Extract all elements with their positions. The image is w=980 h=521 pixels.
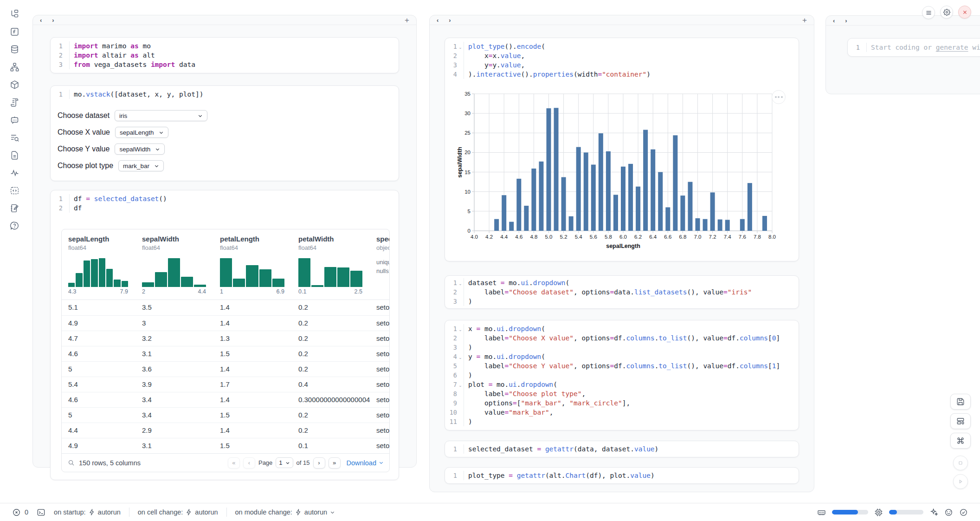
cell-scratch[interactable]: 1 Start coding or generate with AI <box>847 38 980 57</box>
column-header-petalLength[interactable]: petalLengthfloat6416.9 <box>213 235 292 300</box>
fold-chevron-icon[interactable] <box>457 471 464 480</box>
table-row[interactable]: 4.42.91.40.2setosa <box>62 423 390 438</box>
fold-chevron-icon[interactable]: ⌄ <box>457 352 464 361</box>
cell-selected-dataset[interactable]: 1selected_dataset = getattr(data, datase… <box>445 441 799 457</box>
fold-chevron-icon[interactable] <box>63 203 69 213</box>
table-row[interactable]: 5.43.91.70.4setosa <box>62 377 390 392</box>
next-page-button[interactable]: › <box>313 457 325 469</box>
column-header-sepalWidth[interactable]: sepalWidthfloat6424.4 <box>135 235 213 300</box>
code-editor[interactable]: 1df = selected_dataset()2df <box>51 190 399 216</box>
dependency-graph-icon[interactable] <box>10 62 20 72</box>
documentation-icon[interactable] <box>10 150 20 160</box>
table-row[interactable]: 53.61.40.2setosa <box>62 361 390 377</box>
menu-button[interactable] <box>922 6 935 19</box>
save-button[interactable] <box>950 394 971 410</box>
fold-chevron-icon[interactable] <box>63 51 69 60</box>
cell-vstack[interactable]: 1mo.vstack([dataset, x, y, plot]) Choose… <box>50 85 399 181</box>
table-row[interactable]: 4.931.40.2setosa <box>62 315 390 331</box>
code-editor[interactable]: 1⌄dataset = mo.ui.dropdown(2 label="Choo… <box>445 276 799 308</box>
variables-icon[interactable] <box>10 26 20 37</box>
fold-chevron-icon[interactable] <box>63 60 69 69</box>
chevron-right-icon[interactable]: › <box>845 18 847 24</box>
scratchpad-icon[interactable] <box>10 203 20 213</box>
code-editor[interactable]: 1⌄plot_type().encode(2 x=x.value,3 y=y.v… <box>445 38 799 83</box>
terminal-button[interactable] <box>37 508 45 517</box>
fold-chevron-icon[interactable] <box>457 51 464 60</box>
code-editor[interactable]: 1 Start coding or generate with AI <box>848 39 980 56</box>
layout-button[interactable] <box>950 413 971 429</box>
on-module-change-setting[interactable]: on module change: autorun <box>235 508 335 516</box>
fold-chevron-icon[interactable]: ⌄ <box>457 278 464 287</box>
altair-bar-chart[interactable]: 4.04.24.44.64.85.05.25.45.65.86.06.26.46… <box>445 84 799 257</box>
table-row[interactable]: 4.63.11.50.2setosa <box>62 346 390 361</box>
fold-chevron-icon[interactable]: ⌄ <box>457 324 464 333</box>
cell-dataframe[interactable]: 1df = selected_dataset()2df sepalLengthf… <box>50 190 399 480</box>
chevron-left-icon[interactable]: ‹ <box>833 18 835 24</box>
tracing-icon[interactable] <box>10 132 20 143</box>
table-row[interactable]: 4.93.11.50.1setosa <box>62 438 390 453</box>
page-select[interactable]: 1 <box>276 457 293 468</box>
dropdown-choose-plot-type[interactable]: mark_bar <box>118 160 164 171</box>
fold-chevron-icon[interactable] <box>457 297 464 306</box>
on-cell-change-setting[interactable]: on cell change: autorun <box>138 508 218 516</box>
fold-chevron-icon[interactable] <box>457 287 464 297</box>
column-header-petalWidth[interactable]: petalWidthfloat640.12.5 <box>292 235 370 300</box>
fold-chevron-icon[interactable] <box>63 90 69 99</box>
last-page-button[interactable]: » <box>329 457 341 469</box>
first-page-button[interactable]: « <box>228 457 240 469</box>
table-row[interactable]: 5.13.51.40.2setosa <box>62 300 390 315</box>
ai-assistant-icon[interactable] <box>944 508 953 517</box>
dropdown-choose-x-value[interactable]: sepalLength <box>115 127 168 138</box>
table-row[interactable]: 4.73.21.30.2setosa <box>62 331 390 346</box>
fold-chevron-icon[interactable] <box>457 408 464 417</box>
logs-icon[interactable] <box>10 97 20 107</box>
add-cell-icon[interactable]: + <box>405 16 409 24</box>
packages-icon[interactable] <box>10 79 20 90</box>
ai-chat-icon[interactable] <box>10 115 20 125</box>
cell-plot-type[interactable]: 1plot_type = getattr(alt.Chart(df), plot… <box>445 467 799 484</box>
table-row[interactable]: 4.63.41.40.30000000000000004setosa <box>62 392 390 407</box>
connection-status-icon[interactable] <box>959 508 968 517</box>
command-palette-button[interactable] <box>950 433 971 449</box>
code-editor[interactable]: 1mo.vstack([dataset, x, y, plot]) <box>51 86 399 103</box>
fold-chevron-icon[interactable] <box>63 41 69 51</box>
column-header-species[interactable]: speciesobjectunique:nulls: <box>370 235 390 300</box>
chevron-left-icon[interactable]: ‹ <box>40 17 42 23</box>
fold-chevron-icon[interactable] <box>457 70 464 79</box>
fold-chevron-icon[interactable] <box>457 361 464 371</box>
editor-placeholder[interactable]: Start coding or generate with AI <box>866 43 980 52</box>
fold-chevron-icon[interactable] <box>63 194 69 203</box>
fold-chevron-icon[interactable] <box>457 389 464 398</box>
dropdown-choose-dataset[interactable]: iris <box>115 110 207 121</box>
code-editor[interactable]: 1import marimo as mo2import altair as al… <box>51 38 399 73</box>
cell-dataset-dropdown[interactable]: 1⌄dataset = mo.ui.dropdown(2 label="Choo… <box>445 275 799 309</box>
search-icon[interactable] <box>68 459 75 466</box>
fold-chevron-icon[interactable] <box>457 398 464 408</box>
fold-chevron-icon[interactable]: ⌄ <box>457 380 464 389</box>
on-startup-setting[interactable]: on startup: autorun <box>54 508 121 516</box>
column-header-sepalLength[interactable]: sepalLengthfloat644.37.9 <box>62 235 135 300</box>
chevron-right-icon[interactable]: › <box>449 17 451 23</box>
code-editor[interactable]: 1selected_dataset = getattr(data, datase… <box>445 441 799 457</box>
fold-chevron-icon[interactable]: ⌄ <box>457 42 464 51</box>
generate-with-ai-link[interactable]: generate <box>936 44 968 51</box>
snippets-icon[interactable] <box>10 185 20 195</box>
run-button[interactable] <box>953 474 968 489</box>
dropdown-choose-y-value[interactable]: sepalWidth <box>115 143 165 155</box>
add-cell-icon[interactable]: + <box>802 16 807 24</box>
chevron-left-icon[interactable]: ‹ <box>437 17 438 23</box>
table-row[interactable]: 53.41.50.2setosa <box>62 407 390 423</box>
cell-imports[interactable]: 1import marimo as mo2import altair as al… <box>50 37 399 73</box>
fold-chevron-icon[interactable] <box>457 444 464 454</box>
error-count-badge[interactable]: 0 <box>12 508 28 517</box>
prev-page-button[interactable]: ‹ <box>243 457 255 469</box>
shutdown-button[interactable] <box>958 6 971 19</box>
fold-chevron-icon[interactable] <box>457 371 464 380</box>
settings-button[interactable] <box>940 6 953 19</box>
fold-chevron-icon[interactable] <box>457 417 464 426</box>
fold-chevron-icon[interactable] <box>457 60 464 70</box>
download-button[interactable]: Download <box>347 459 384 467</box>
code-editor[interactable]: 1plot_type = getattr(alt.Chart(df), plot… <box>445 468 799 483</box>
help-icon[interactable] <box>10 221 20 231</box>
vega-actions-button[interactable] <box>772 90 786 104</box>
